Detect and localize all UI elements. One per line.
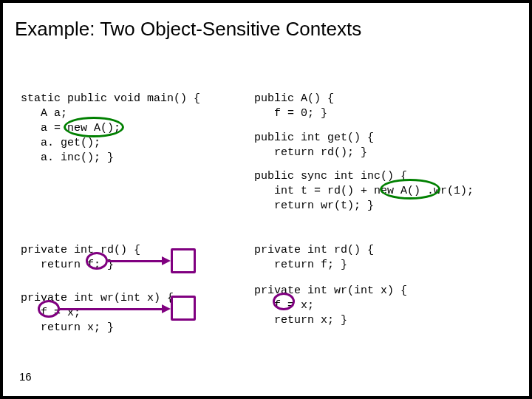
arrow-rd-head xyxy=(162,256,171,265)
arrow-wr-line xyxy=(60,308,162,310)
code-right-rd: private int rd() { return f; } xyxy=(254,243,374,273)
code-inc: public sync int inc() { int t = rd() + n… xyxy=(254,169,474,214)
code-get: public int get() { return rd(); } xyxy=(254,131,374,160)
arrow-wr-head xyxy=(162,304,171,313)
slide-title: Example: Two Object-Sensitive Contexts xyxy=(15,18,361,41)
oval-f-wr-right xyxy=(273,293,295,310)
code-left-rd: private int rd() { return f; } xyxy=(21,243,140,273)
oval-newA-right xyxy=(380,179,440,200)
arrow-rd-line xyxy=(108,260,162,262)
oval-f-rd xyxy=(86,252,108,270)
oval-newA-left xyxy=(64,117,124,137)
oval-f-wr-left xyxy=(38,300,60,318)
code-constructor: public A() { f = 0; } xyxy=(254,92,334,121)
rect-upper xyxy=(171,248,196,273)
slide-number: 16 xyxy=(19,370,32,383)
slide: Example: Two Object-Sensitive Contexts s… xyxy=(3,3,529,396)
rect-lower xyxy=(171,296,196,321)
